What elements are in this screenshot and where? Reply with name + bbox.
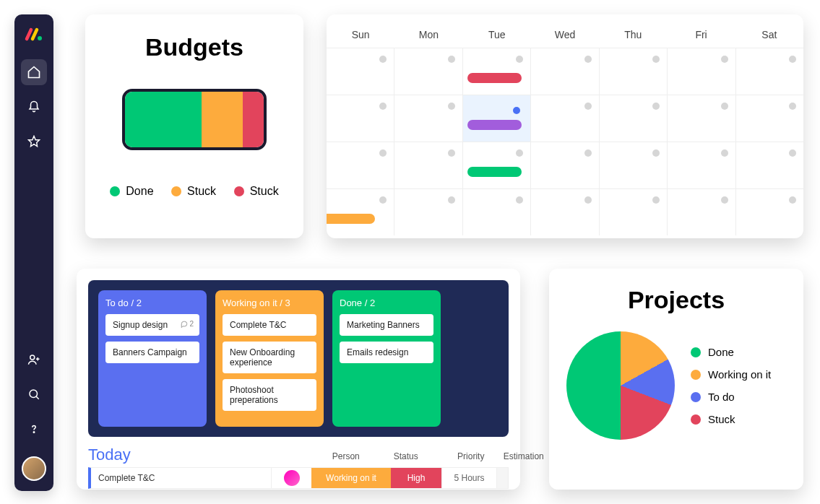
today-row[interactable]: Complete T&C Working on it High 5 Hours	[88, 467, 509, 489]
budgets-segment-stuck-1	[202, 92, 243, 147]
today-row-status[interactable]: Working on it	[311, 468, 391, 488]
kanban-column-title: Done / 2	[340, 297, 433, 308]
kanban-task[interactable]: Emails redesign	[340, 342, 433, 363]
svg-marker-1	[29, 136, 40, 147]
kanban-task[interactable]: Banners Campaign	[105, 342, 199, 363]
kanban-column-working[interactable]: Working on it / 3 Complete T&C New Onboa…	[215, 290, 324, 427]
budgets-title: Budgets	[101, 33, 288, 61]
calendar-day-label: Sat	[735, 23, 803, 48]
calendar-day-label: Tue	[463, 23, 531, 48]
svg-point-3	[30, 390, 38, 398]
kanban-board: To do / 2 Signup design 2 Banners Campai…	[88, 280, 509, 437]
budgets-legend: Done Stuck Stuck	[101, 185, 288, 198]
calendar-event-bar[interactable]	[467, 73, 522, 83]
calendar-day-label: Mon	[394, 23, 462, 48]
avatar	[284, 470, 300, 486]
legend-item: Stuck	[234, 185, 279, 198]
dot-icon	[171, 186, 181, 196]
today-row-priority[interactable]: High	[391, 468, 441, 488]
today-row-person[interactable]	[271, 468, 311, 488]
dot-icon	[234, 186, 244, 196]
kanban-task[interactable]: New Onboarding experience	[223, 342, 316, 373]
kanban-task[interactable]: Marketing Banners	[340, 314, 433, 336]
svg-point-0	[38, 36, 42, 40]
legend-item: To do	[691, 391, 771, 403]
legend-item: Working on it	[691, 368, 771, 381]
legend-item: Stuck	[171, 185, 216, 198]
calendar-grid[interactable]	[327, 48, 803, 235]
comment-icon[interactable]: 2	[181, 320, 194, 328]
dot-icon	[691, 347, 701, 357]
kanban-column-title: Working on it / 3	[223, 297, 316, 308]
today-section: Today Person Status Priority Estimation …	[88, 446, 509, 489]
legend-item: Done	[110, 185, 153, 198]
today-row-estimation[interactable]: 5 Hours	[441, 468, 496, 488]
budgets-widget: Budgets Done Stuck Stuck	[85, 14, 303, 238]
today-row-name[interactable]: Complete T&C	[91, 468, 271, 488]
svg-point-2	[30, 355, 35, 360]
calendar-event-bar[interactable]	[467, 120, 522, 130]
dot-icon	[691, 370, 701, 380]
kanban-task[interactable]: Complete T&C	[223, 314, 316, 336]
today-headers: Person Status Priority Estimation	[131, 451, 566, 464]
dot-icon	[110, 186, 120, 196]
board-widget: To do / 2 Signup design 2 Banners Campai…	[77, 269, 520, 490]
calendar-event-bar[interactable]	[467, 167, 522, 177]
bell-icon[interactable]	[21, 94, 47, 120]
calendar-widget: Sun Mon Tue Wed Thu Fri Sat	[327, 14, 803, 238]
calendar-day-label: Wed	[531, 23, 599, 48]
calendar-header: Sun Mon Tue Wed Thu Fri Sat	[327, 23, 803, 48]
avatar[interactable]	[22, 456, 46, 481]
calendar-day-label: Sun	[327, 23, 394, 48]
projects-pie-chart	[566, 331, 675, 440]
help-icon[interactable]	[21, 416, 47, 442]
logo-icon[interactable]	[25, 25, 43, 46]
legend-item: Done	[691, 346, 771, 358]
calendar-day-label: Fri	[667, 23, 735, 48]
kanban-task[interactable]: Signup design 2	[105, 314, 199, 336]
budgets-battery-chart	[122, 89, 267, 150]
kanban-column-done[interactable]: Done / 2 Marketing Banners Emails redesi…	[332, 290, 441, 427]
projects-legend: Done Working on it To do Stuck	[691, 346, 771, 425]
kanban-column-todo[interactable]: To do / 2 Signup design 2 Banners Campai…	[98, 290, 207, 427]
calendar-day-label: Thu	[599, 23, 667, 48]
app-sidebar	[14, 14, 53, 491]
projects-title: Projects	[566, 286, 786, 314]
dot-icon	[691, 414, 701, 425]
kanban-task[interactable]: Photoshoot preperations	[223, 379, 316, 411]
legend-item: Stuck	[691, 413, 771, 425]
search-icon[interactable]	[21, 381, 47, 407]
projects-widget: Projects Done Working on it To do Stuck	[549, 269, 803, 490]
budgets-segment-stuck-2	[243, 92, 264, 147]
home-icon[interactable]	[21, 59, 47, 85]
calendar-event-bar[interactable]	[327, 214, 375, 224]
today-title: Today	[88, 446, 131, 464]
star-icon[interactable]	[21, 129, 47, 155]
kanban-column-title: To do / 2	[105, 297, 199, 308]
svg-point-4	[33, 432, 35, 433]
add-user-icon[interactable]	[21, 347, 47, 373]
dot-icon	[691, 392, 701, 402]
budgets-segment-done	[125, 92, 202, 147]
